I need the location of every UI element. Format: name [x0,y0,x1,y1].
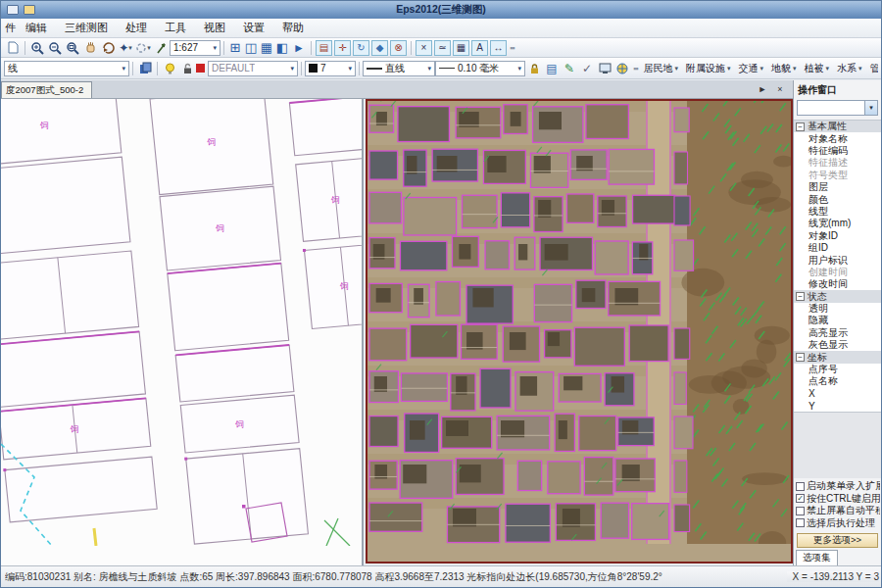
object-select-combo[interactable]: ▾ [797,100,878,116]
property-row[interactable]: 灰色显示 [794,339,881,351]
menu-item-view[interactable]: 视图 [195,19,234,37]
cascade-windows-icon[interactable]: ◫ [243,40,259,55]
chevron-down-icon[interactable]: ▾ [210,44,217,52]
option-run-after-select[interactable]: 选择后执行处理 [795,517,880,530]
smooth-icon[interactable]: ≃ [434,40,451,56]
menu-item-edit[interactable]: 编辑 [17,19,56,37]
title-bar[interactable]: Eps2012(三维测图) [1,1,881,19]
full-window-icon[interactable]: ◧ [274,40,290,55]
property-group-state[interactable]: −状态 [794,290,881,302]
scale-combo[interactable]: 1:627 ▾ [170,40,220,56]
category-vegetation-button[interactable]: 植被▾ [800,60,833,77]
property-row[interactable]: 点名称 [794,375,881,387]
current-color-swatch[interactable] [196,64,205,73]
chevron-down-icon[interactable]: ▾ [287,65,294,73]
chevron-down-icon[interactable]: ▾ [514,65,521,73]
tile-windows-icon[interactable]: ⊞ [227,40,243,55]
checkbox-icon[interactable] [796,482,805,491]
property-row[interactable]: 组ID [794,242,881,254]
menu-item-help[interactable]: 帮助 [273,19,313,37]
pen-width-combo[interactable]: 7 ▾ [305,61,356,76]
next-tab-icon[interactable]: ► [756,82,769,96]
property-group-basic[interactable]: −基本属性 [794,121,881,132]
chevron-down-icon[interactable]: ▾ [424,65,431,73]
property-row[interactable]: 符号类型 [794,170,881,181]
property-row[interactable]: 特征描述 [794,157,881,169]
option-set-tab[interactable]: 选项集 [796,550,838,565]
measure-icon[interactable]: ✛ [334,40,351,56]
category-facilities-button[interactable]: 附属设施▾ [682,60,735,77]
vector-map-canvas[interactable]: 饲饲饲饲饲饲饲 [1,99,362,546]
property-row[interactable]: 线型 [794,206,881,218]
refresh-icon[interactable]: ▾ [134,39,152,56]
option-menu-entry[interactable]: 启动菜单录入扩展属性 [795,480,880,493]
stretch-icon[interactable]: ↔ [490,40,507,56]
style-combo[interactable]: DEFAULT ▾ [208,61,298,76]
option-ctrl-snap[interactable]: ✓按住CTRL键启用捕捉 [795,493,880,506]
property-row[interactable]: 创建时间 [794,267,881,278]
property-row[interactable]: X [794,388,881,400]
zoom-in-icon[interactable] [28,39,46,56]
menu-item-settings[interactable]: 设置 [234,19,273,37]
collapse-icon[interactable]: − [796,122,805,131]
property-row[interactable]: 隐藏 [794,315,881,326]
collapse-icon[interactable]: − [796,292,805,301]
chevron-down-icon[interactable]: ▾ [345,65,352,73]
property-row[interactable]: 对象ID [794,230,881,242]
lock-icon[interactable] [525,60,543,76]
menu-item-process[interactable]: 处理 [117,19,156,37]
category-landform-button[interactable]: 地貌▾ [767,60,801,77]
category-pipeline-button[interactable]: 管线▾ [865,60,878,77]
monitor-icon[interactable] [596,60,613,76]
edit-attribute-icon[interactable]: ✎ [561,60,578,76]
copy-style-icon[interactable] [136,60,154,76]
stereo-photo-canvas[interactable] [368,101,791,544]
flatten-icon[interactable]: ◆ [371,40,388,56]
globe-icon[interactable] [613,60,631,76]
checkbox-icon[interactable] [796,518,805,527]
toolbar-grip[interactable]: ▪▪ [510,43,514,53]
grid-icon[interactable]: ▦ [453,40,469,56]
property-row[interactable]: 对象名称 [794,132,881,144]
display-options-icon[interactable]: ✦▾ [117,39,134,56]
line-width-combo[interactable]: 0.10 毫米 ▾ [435,61,525,76]
pan-hand-icon[interactable] [81,39,99,56]
more-options-button[interactable]: 更多选项>> [797,533,878,548]
document-tab[interactable]: 度2007图式_500-2 [1,81,92,98]
property-row[interactable]: Y [794,400,881,412]
bulb-icon[interactable] [161,60,178,76]
property-row[interactable]: 特征编码 [794,145,881,157]
locate-icon[interactable] [152,39,170,56]
menu-item-tools[interactable]: 工具 [156,19,195,37]
category-water-button[interactable]: 水系▾ [833,60,866,77]
line-type-combo[interactable]: 直线 ▾ [363,61,435,76]
chevron-down-icon[interactable]: ▾ [864,101,877,115]
crosshair-icon[interactable]: × [416,40,432,56]
category-residential-button[interactable]: 居民地▾ [639,60,682,77]
validate-icon[interactable]: ✓ [578,60,596,76]
property-row[interactable]: 线宽(mm) [794,218,881,229]
play-icon[interactable]: ► [290,39,308,56]
reset-view-icon[interactable]: ⊗ [390,40,407,56]
menu-item-file[interactable]: 件 [3,19,17,37]
option-no-autopan[interactable]: 禁止屏幕自动平移 [795,505,880,517]
property-row[interactable]: 颜色 [794,193,881,205]
rotate-view-icon[interactable] [99,39,117,56]
toolbar-grip[interactable]: ▪▪ [633,64,637,74]
zoom-out-icon[interactable] [46,39,64,56]
property-row[interactable]: 图层 [794,181,881,193]
unlock-icon[interactable] [178,60,196,76]
property-row[interactable]: 点序号 [794,364,881,375]
rotate-model-icon[interactable]: ↻ [353,40,369,56]
split-window-icon[interactable]: ▦ [259,40,274,55]
stereo-view-icon[interactable]: ▤ [316,40,332,56]
menu-item-3dmapping[interactable]: 三维测图 [56,19,117,37]
feature-code-combo[interactable]: 线 ▾ [4,61,129,76]
collapse-icon[interactable]: − [796,353,805,362]
property-row[interactable]: 修改时间 [794,278,881,290]
property-row[interactable]: 用户标识 [794,254,881,266]
close-tab-icon[interactable]: × [773,82,787,96]
new-document-icon[interactable] [4,39,22,56]
layers-icon[interactable]: ▤ [543,60,561,76]
property-row[interactable]: 高亮显示 [794,327,881,339]
